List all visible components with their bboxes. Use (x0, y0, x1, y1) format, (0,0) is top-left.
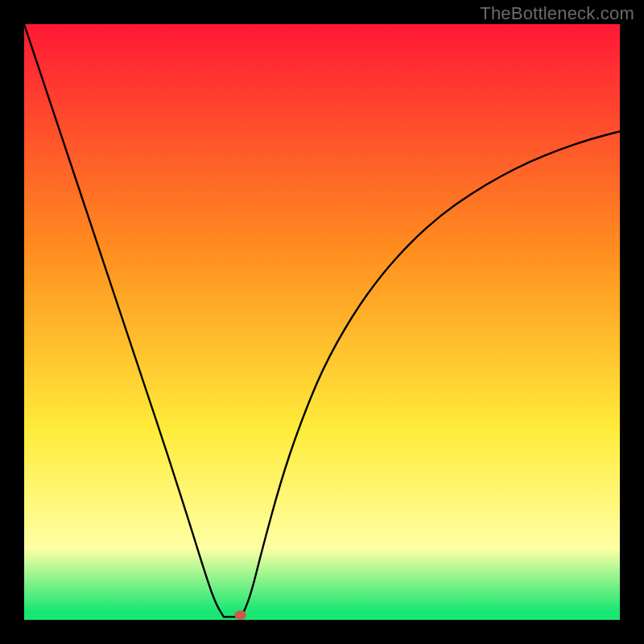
attribution-text: TheBottleneck.com (480, 3, 634, 24)
gradient-background (24, 24, 620, 620)
chart-svg (24, 24, 620, 620)
outer-frame: TheBottleneck.com (0, 0, 644, 644)
plot-area (24, 24, 620, 620)
minimum-marker (234, 610, 246, 620)
